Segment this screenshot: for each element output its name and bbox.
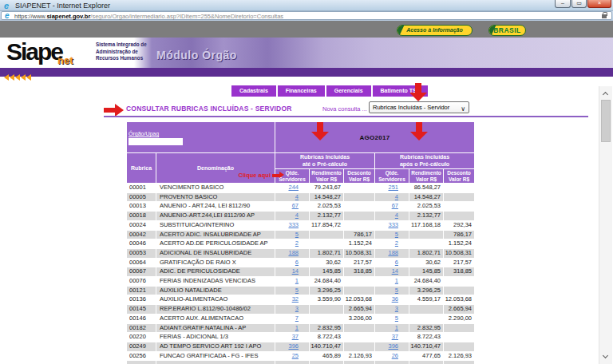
close-button[interactable]: × bbox=[587, 0, 611, 8]
table-row: 00182ADIANT.GRATIF.NATALINA - AP12.832,9… bbox=[127, 324, 474, 333]
table-row: 00256FUNCAO GRATIFICADA - FG - IFES25465… bbox=[127, 352, 474, 361]
sub-header-desconto-1: Desconto Valor R$ bbox=[344, 169, 374, 183]
qtde-servidores-link[interactable]: 2 bbox=[395, 239, 398, 247]
cell-q2: 396 bbox=[375, 342, 409, 351]
cell-d1 bbox=[344, 193, 374, 202]
cell-r1: 2.025,53 bbox=[310, 202, 343, 211]
qtde-servidores-link[interactable]: 244 bbox=[288, 184, 299, 191]
cell-q1: 3 bbox=[275, 305, 309, 314]
cell-denominacao: SUBSTITUICAO/INTERINO bbox=[156, 221, 275, 230]
cell-denominacao: AUXILIO NATALIDADE bbox=[156, 287, 275, 295]
tab-gerenciais[interactable]: Gerenciais bbox=[326, 85, 371, 97]
url-domain: siapenet.gov.br bbox=[46, 13, 90, 20]
qtde-servidores-link[interactable]: 26 bbox=[392, 352, 398, 359]
siapenet-header: Siape net Sistema Integrado de Administr… bbox=[0, 38, 613, 68]
content-scrollbar[interactable] bbox=[599, 86, 612, 364]
consulta-dropdown[interactable]: Rubricas Incluídas - Servidor ∨ bbox=[369, 101, 469, 113]
qtde-servidores-link[interactable]: 3 bbox=[295, 305, 299, 312]
table-row: 00013ANUENIO - ART.244, LEI 8112/90672.0… bbox=[127, 202, 474, 211]
purple-nav-bar bbox=[0, 68, 613, 77]
qtde-servidores-link[interactable]: 1 bbox=[395, 324, 398, 331]
qtde-servidores-link[interactable]: 4 bbox=[295, 212, 299, 219]
cell-d2: 2.126,93 bbox=[444, 352, 474, 361]
qtde-servidores-link[interactable]: 6 bbox=[295, 259, 299, 266]
qtde-servidores-link[interactable]: 1 bbox=[295, 277, 299, 284]
scroll-up-icon[interactable] bbox=[603, 92, 608, 97]
qtde-servidores-link[interactable]: 4 bbox=[395, 193, 398, 200]
qtde-servidores-link[interactable]: 36 bbox=[392, 295, 398, 303]
scroll-down-icon[interactable] bbox=[603, 353, 608, 358]
qtde-servidores-link[interactable]: 333 bbox=[388, 221, 398, 228]
siape-logo: Siape bbox=[6, 38, 62, 65]
qtde-servidores-link[interactable]: 5 bbox=[295, 287, 299, 294]
minimize-button[interactable]: – bbox=[555, 0, 571, 8]
qtde-servidores-link[interactable]: 4 bbox=[395, 212, 398, 219]
qtde-servidores-link[interactable]: 14 bbox=[392, 267, 398, 275]
cell-r1: 79.243,67 bbox=[310, 184, 343, 192]
scrollbar-thumb[interactable] bbox=[601, 100, 611, 142]
cell-rubrica: 00067 bbox=[127, 267, 156, 276]
qtde-servidores-link[interactable]: 396 bbox=[288, 342, 299, 350]
qtde-servidores-link[interactable]: 37 bbox=[392, 333, 398, 340]
qtde-servidores-link[interactable]: 7 bbox=[295, 315, 299, 322]
module-title: Módulo Órgão bbox=[156, 49, 237, 61]
qtde-servidores-link[interactable]: 5 bbox=[395, 231, 398, 238]
cell-r1 bbox=[310, 239, 343, 248]
qtde-servidores-link[interactable]: 188 bbox=[288, 249, 299, 256]
qtde-servidores-link[interactable]: 5 bbox=[295, 231, 299, 238]
qtde-servidores-link[interactable]: 1 bbox=[395, 277, 398, 284]
cell-d1 bbox=[344, 287, 374, 295]
cell-q2: 188 bbox=[375, 249, 409, 258]
cell-r2: 145,85 bbox=[409, 267, 443, 276]
tab-cadastrais[interactable]: Cadastrais bbox=[231, 85, 276, 97]
gov-bar: Acesso à Informação BRASIL bbox=[0, 21, 613, 38]
address-bar: e https://www.siapenet.gov.br/seguro/Org… bbox=[0, 11, 613, 21]
qtde-servidores-link[interactable]: 2 bbox=[295, 239, 299, 247]
cell-r2 bbox=[409, 231, 443, 239]
qtde-servidores-link[interactable]: 25 bbox=[292, 352, 299, 359]
cell-denominacao: ACERTO ADIC. INSALUBRIDADE AP bbox=[156, 231, 275, 239]
qtde-servidores-link[interactable]: 188 bbox=[388, 249, 398, 256]
clique-aqui-arrow-icon bbox=[272, 172, 284, 179]
qtde-servidores-link[interactable]: 251 bbox=[388, 184, 398, 191]
cell-q2: 5 bbox=[375, 315, 409, 323]
back-arrows-icon[interactable] bbox=[3, 69, 31, 84]
brasil-button[interactable]: BRASIL bbox=[488, 25, 526, 36]
cell-r1: 24.684,40 bbox=[310, 277, 343, 286]
qtde-servidores-link[interactable]: 6 bbox=[395, 259, 398, 266]
nav-tabs: Cadastrais Financeiras Gerenciais Batime… bbox=[231, 85, 428, 97]
maximize-button[interactable]: ▭ bbox=[571, 0, 587, 8]
cell-d1 bbox=[344, 212, 374, 220]
orgao-upag-link[interactable]: Órgão/Upag bbox=[129, 131, 159, 136]
qtde-servidores-link[interactable]: 5 bbox=[395, 315, 398, 322]
cell-d1: 2.665,94 bbox=[344, 305, 374, 314]
cell-d1: 1.152,24 bbox=[344, 239, 374, 248]
cell-rubrica: 00064 bbox=[127, 259, 156, 267]
table-row: 00145REP.ERARIO L.8112/90-10486/0232.665… bbox=[127, 305, 474, 314]
qtde-servidores-link[interactable]: 396 bbox=[388, 342, 398, 350]
table-row: 00220FERIAS - ADICIONAL 1/3378.722,43378… bbox=[127, 333, 474, 342]
table-row: 00024SUBSTITUICAO/INTERINO333117.854,723… bbox=[127, 221, 474, 230]
cell-q1: 5 bbox=[275, 287, 309, 295]
cell-d2: 1.152,24 bbox=[444, 239, 474, 248]
cell-rubrica: 00146 bbox=[127, 315, 156, 323]
cell-d1 bbox=[344, 277, 374, 286]
qtde-servidores-link[interactable]: 67 bbox=[292, 202, 299, 209]
cell-denominacao: FUNCAO GRATIFICADA - FG - IFES bbox=[156, 352, 275, 361]
qtde-servidores-link[interactable]: 1 bbox=[295, 324, 299, 331]
cell-d2: 318,85 bbox=[444, 267, 474, 276]
qtde-servidores-link[interactable]: 4 bbox=[295, 193, 299, 200]
qtde-servidores-link[interactable]: 37 bbox=[292, 333, 299, 340]
qtde-servidores-link[interactable]: 67 bbox=[392, 202, 398, 209]
qtde-servidores-link[interactable]: 32 bbox=[292, 295, 299, 303]
qtde-servidores-link[interactable]: 3 bbox=[395, 305, 398, 312]
qtde-servidores-link[interactable]: 14 bbox=[292, 267, 299, 275]
qtde-servidores-link[interactable]: 333 bbox=[288, 221, 299, 228]
tab-financeiras[interactable]: Financeiras bbox=[278, 85, 325, 97]
acesso-informacao-button[interactable]: Acesso à Informação bbox=[397, 25, 473, 36]
group-header-after: Rubricas Incluídas após o Pré-cálculo bbox=[375, 153, 474, 168]
address-input[interactable]: e https://www.siapenet.gov.br/seguro/Org… bbox=[1, 11, 612, 20]
table-row: 00053ADICIONAL DE INSALUBRIDADE1881.802,… bbox=[127, 249, 474, 258]
qtde-servidores-link[interactable]: 5 bbox=[395, 287, 398, 294]
cell-q2: 67 bbox=[375, 202, 409, 211]
